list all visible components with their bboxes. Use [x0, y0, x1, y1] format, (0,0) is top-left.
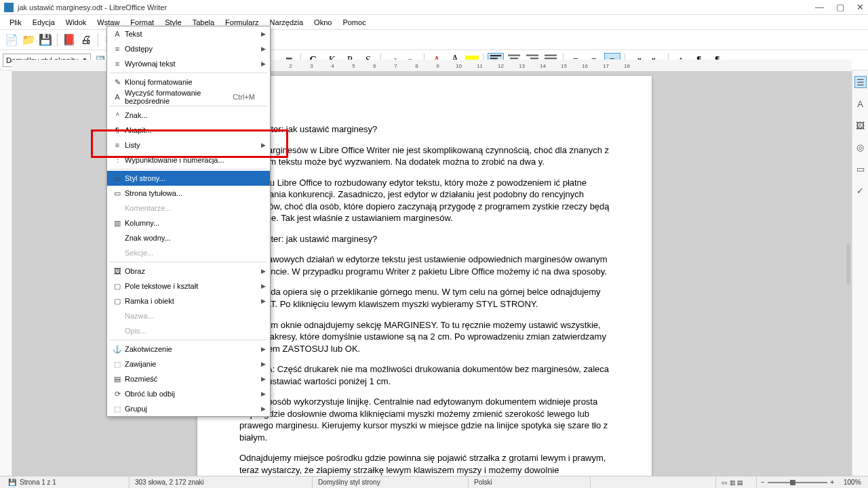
- ruler-vertical[interactable]: [0, 70, 12, 476]
- status-view-icons[interactable]: ▭ ▥ ▤: [716, 476, 757, 488]
- menu-plik[interactable]: Plik: [4, 17, 27, 28]
- status-page[interactable]: Strona 1 z 1: [14, 476, 130, 488]
- doc-paragraph: W nowym oknie odnajdujemy sekcję MARGINE…: [239, 319, 610, 355]
- menu-item-wyrownaj[interactable]: ≡Wyrównaj tekst▶: [107, 56, 270, 71]
- zoom-slider[interactable]: −+: [757, 479, 838, 486]
- doc-paragraph: Drugi sposób wykorzystuje linijkę. Centr…: [239, 396, 610, 443]
- menu-item-tekst[interactable]: ATekst▶: [107, 26, 270, 41]
- doc-paragraph: z podstawowych działań w edytorze tekstu…: [239, 253, 610, 277]
- menu-item-grupuj[interactable]: ⬚Grupuj▶: [107, 401, 270, 416]
- menu-edycja[interactable]: Edycja: [27, 17, 60, 28]
- format-menu-dropdown: ATekst▶ ≡Odstępy▶ ≡Wyrównaj tekst▶ ✎Klon…: [106, 26, 271, 417]
- menu-item-akapit[interactable]: ¶Akapit...: [107, 123, 270, 138]
- open-button[interactable]: 📁: [21, 33, 36, 47]
- sidebar-right: ☰ A 🖼 ◎ ▭ ✓: [852, 70, 868, 476]
- menu-item-nazwa: Nazwa...: [107, 308, 270, 323]
- menu-item-wyczysc[interactable]: AWyczyść formatowanie bezpośrednieCtrl+M: [107, 89, 270, 104]
- menu-widok[interactable]: Widok: [60, 17, 92, 28]
- menu-item-ramka[interactable]: ▢Ramka i obiekt▶: [107, 293, 270, 308]
- menu-item-odstepy[interactable]: ≡Odstępy▶: [107, 41, 270, 56]
- doc-heading: ffice Writer: jak ustawić marginesy?: [239, 123, 610, 136]
- menu-item-zakotwiczenie[interactable]: ⚓Zakotwiczenie▶: [107, 342, 270, 357]
- menu-okno[interactable]: Okno: [309, 17, 337, 28]
- close-button[interactable]: ✕: [856, 2, 864, 12]
- menu-item-obroc[interactable]: ⟳Obróć lub odbij▶: [107, 386, 270, 401]
- sidebar-inspect-icon[interactable]: ✓: [854, 184, 867, 197]
- sidebar-navigator-icon[interactable]: ◎: [854, 141, 867, 153]
- doc-paragraph: ienie marginesów w Libre Office Writer n…: [239, 144, 610, 168]
- menu-item-listy[interactable]: ≡Listy▶: [107, 138, 270, 152]
- print-button[interactable]: 🖨: [79, 33, 94, 47]
- status-language[interactable]: Polski: [469, 476, 591, 488]
- doc-paragraph: za metoda opiera się o przeklikanie górn…: [239, 286, 610, 310]
- menu-item-klonuj[interactable]: ✎Klonuj formatowanie: [107, 75, 270, 89]
- menu-item-kolumny[interactable]: ▥Kolumny...: [107, 216, 270, 230]
- status-save-icon[interactable]: 💾: [3, 476, 14, 488]
- menu-item-znak[interactable]: ᴬZnak...: [107, 108, 270, 123]
- zoom-value[interactable]: 100%: [838, 476, 865, 488]
- status-page-style[interactable]: Domyślny styl strony: [313, 476, 469, 488]
- doc-heading: ffice Writer: jak ustawić marginesy?: [239, 233, 610, 245]
- menu-item-rozmiesc[interactable]: ▤Rozmieść▶: [107, 371, 270, 386]
- doc-paragraph: z pakietu Libre Office to rozbudowany ed…: [239, 177, 610, 224]
- menu-item-obraz[interactable]: 🖼Obraz▶: [107, 264, 270, 279]
- menu-pomoc[interactable]: Pomoc: [337, 17, 371, 28]
- minimize-button[interactable]: —: [815, 2, 824, 12]
- menu-item-komentarze: Komentarze...: [107, 201, 270, 216]
- menu-item-wypunktowanie[interactable]: ⋮Wypunktowanie i numeracja...: [107, 152, 270, 167]
- statusbar: 💾 Strona 1 z 1 303 słowa, 2 172 znaki Do…: [0, 476, 868, 488]
- menu-item-pole-tekstowe[interactable]: ▢Pole tekstowe i kształt▶: [107, 279, 270, 293]
- sidebar-properties-icon[interactable]: ☰: [854, 76, 867, 88]
- menu-narzedzia[interactable]: Narzędzia: [264, 17, 309, 28]
- sidebar-styles-icon[interactable]: A: [854, 98, 867, 110]
- menu-item-styl-strony[interactable]: ▭Styl strony...: [107, 171, 270, 186]
- sidebar-gallery-icon[interactable]: 🖼: [854, 119, 867, 131]
- scrollbar-thumb[interactable]: [846, 244, 850, 285]
- status-insert-mode[interactable]: [591, 476, 716, 488]
- menu-item-sekcje: Sekcje...: [107, 245, 270, 260]
- menu-item-znak-wodny[interactable]: Znak wodny...: [107, 230, 270, 245]
- menu-item-opis: Opis...: [107, 323, 270, 338]
- save-button[interactable]: 💾: [38, 33, 53, 47]
- menu-item-strona-tytulowa[interactable]: ▭Strona tytułowa...: [107, 186, 270, 201]
- new-doc-button[interactable]: 📄: [4, 33, 19, 47]
- doc-paragraph: Odnajdujemy miejsce pośrodku gdzie powin…: [239, 452, 610, 476]
- export-pdf-button[interactable]: 📕: [62, 33, 77, 47]
- doc-paragraph: UWAGA: Część drukarek nie ma możliwości …: [239, 363, 610, 387]
- menu-item-zawijanie[interactable]: ⬚Zawijanie▶: [107, 357, 270, 371]
- app-icon: [4, 3, 14, 12]
- maximize-button[interactable]: ▢: [836, 2, 844, 12]
- sidebar-page-icon[interactable]: ▭: [854, 163, 867, 175]
- window-title: jak ustawić marginesy.odt - LibreOffice …: [18, 3, 815, 12]
- status-words[interactable]: 303 słowa, 2 172 znaki: [130, 476, 313, 488]
